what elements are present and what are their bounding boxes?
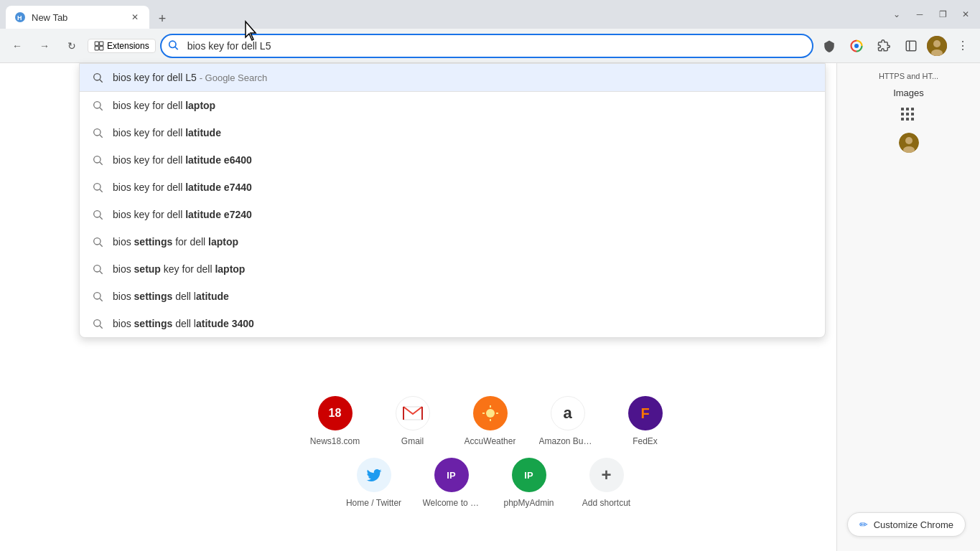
svg-point-44 bbox=[905, 137, 913, 144]
search-icon bbox=[91, 99, 104, 112]
autocomplete-item[interactable]: bios key for dell latitude e6400 bbox=[80, 146, 825, 174]
accuweather-favicon bbox=[473, 396, 508, 430]
more-options-btn[interactable]: ⋮ bbox=[951, 34, 974, 57]
svg-rect-5 bbox=[100, 46, 103, 50]
svg-point-6 bbox=[169, 41, 175, 47]
top-site-amazon[interactable]: a Amazon Busi... bbox=[536, 396, 599, 446]
svg-line-29 bbox=[100, 271, 103, 274]
customize-chrome-button[interactable]: ✏ Customize Chrome bbox=[847, 512, 966, 537]
suggestion-text: bios setup key for dell laptop bbox=[113, 263, 245, 275]
suggestion-text: bios key for dell latitude e6400 bbox=[113, 154, 252, 166]
titlebar: H New Tab ✕ + ⌄ ─ ❐ ✕ bbox=[0, 0, 980, 29]
svg-line-33 bbox=[100, 326, 103, 329]
autocomplete-item[interactable]: bios key for dell laptop bbox=[80, 92, 825, 119]
svg-line-19 bbox=[100, 135, 103, 138]
svg-rect-3 bbox=[100, 42, 103, 45]
right-panel-avatar[interactable] bbox=[899, 133, 919, 153]
svg-line-27 bbox=[100, 244, 103, 247]
search-icon bbox=[91, 317, 104, 330]
svg-point-32 bbox=[94, 320, 101, 326]
svg-rect-40 bbox=[901, 118, 904, 121]
suggestion-text: bios key for dell laptop bbox=[113, 100, 215, 111]
window-controls: ⌄ ─ ❐ ✕ bbox=[888, 6, 974, 23]
top-site-welcome[interactable]: IP Welcome to n... bbox=[420, 458, 483, 508]
extensions-label: Extensions bbox=[107, 41, 149, 51]
suggestion-text: bios settings for dell laptop bbox=[113, 236, 238, 248]
minimize-btn[interactable]: ─ bbox=[911, 6, 928, 23]
new-tab-button[interactable]: + bbox=[152, 9, 172, 29]
top-sites-row-1: 18 News18.com Gmail AccuWeather a Amazo bbox=[304, 396, 677, 446]
close-window-btn[interactable]: ✕ bbox=[957, 6, 974, 23]
tab-strip: H New Tab ✕ + bbox=[6, 0, 172, 29]
suggestion-text: bios key for dell latitude bbox=[113, 127, 221, 138]
chrome-icon[interactable] bbox=[845, 34, 868, 57]
maximize-btn[interactable]: ❐ bbox=[934, 6, 951, 23]
tab-title: New Tab bbox=[32, 12, 67, 23]
svg-line-23 bbox=[100, 189, 103, 192]
twitter-label: Home / Twitter bbox=[346, 498, 401, 508]
svg-rect-39 bbox=[911, 113, 914, 116]
svg-point-12 bbox=[933, 40, 941, 47]
svg-point-22 bbox=[94, 184, 101, 190]
amazon-favicon: a bbox=[551, 396, 585, 430]
accuweather-label: AccuWeather bbox=[465, 436, 516, 446]
sidebar-toggle-icon[interactable] bbox=[900, 34, 923, 57]
autocomplete-item[interactable]: bios settings for dell laptop bbox=[80, 228, 825, 255]
autocomplete-item[interactable]: bios key for dell latitude e7240 bbox=[80, 201, 825, 228]
top-site-news18[interactable]: 18 News18.com bbox=[304, 396, 367, 446]
top-site-twitter[interactable]: Home / Twitter bbox=[342, 458, 406, 508]
top-site-phpmyadmin[interactable]: IP phpMyAdmin bbox=[498, 458, 561, 508]
svg-point-30 bbox=[94, 293, 101, 299]
autocomplete-dropdown: bios key for dell L5 - Google Search bio… bbox=[79, 63, 826, 338]
gmail-favicon bbox=[396, 396, 430, 430]
omnibox-container bbox=[160, 34, 813, 58]
forward-button[interactable]: → bbox=[33, 34, 56, 57]
autocomplete-item[interactable]: bios settings dell latitude 3400 bbox=[80, 310, 825, 337]
refresh-button[interactable]: ↻ bbox=[60, 34, 83, 57]
svg-point-16 bbox=[94, 102, 101, 108]
profile-avatar[interactable] bbox=[927, 36, 947, 56]
tab-close-btn[interactable]: ✕ bbox=[129, 11, 141, 23]
top-sites-section: 18 News18.com Gmail AccuWeather a Amazo bbox=[304, 396, 677, 508]
top-site-fedex[interactable]: F FedEx bbox=[614, 396, 677, 446]
svg-point-24 bbox=[94, 211, 101, 217]
top-site-gmail[interactable]: Gmail bbox=[381, 396, 444, 446]
apps-grid-icon[interactable] bbox=[899, 105, 919, 126]
twitter-favicon bbox=[357, 458, 391, 492]
customize-icon: ✏ bbox=[859, 519, 868, 530]
security-icon[interactable] bbox=[818, 34, 841, 57]
svg-point-8 bbox=[854, 44, 859, 48]
extensions-icon[interactable] bbox=[872, 34, 895, 57]
autocomplete-first-item[interactable]: bios key for dell L5 - Google Search bbox=[80, 64, 825, 92]
top-site-add-shortcut[interactable]: + Add shortcut bbox=[575, 458, 638, 508]
active-tab[interactable]: H New Tab ✕ bbox=[6, 6, 149, 29]
add-shortcut-label: Add shortcut bbox=[582, 498, 630, 508]
welcome-favicon: IP bbox=[434, 458, 469, 492]
autocomplete-item[interactable]: bios key for dell latitude e7440 bbox=[80, 174, 825, 201]
svg-rect-37 bbox=[901, 113, 904, 116]
omnibox-search-icon bbox=[167, 39, 179, 52]
toolbar-right: ⋮ bbox=[818, 34, 974, 57]
svg-rect-38 bbox=[906, 113, 909, 116]
list-tabs-btn[interactable]: ⌄ bbox=[888, 6, 905, 23]
svg-rect-42 bbox=[911, 118, 914, 121]
phpmyadmin-favicon: IP bbox=[512, 458, 546, 492]
tab-favicon: H bbox=[14, 11, 26, 23]
extensions-button[interactable]: Extensions bbox=[88, 39, 156, 53]
back-button[interactable]: ← bbox=[6, 34, 29, 57]
fedex-label: FedEx bbox=[633, 436, 658, 446]
news18-favicon: 18 bbox=[318, 396, 353, 430]
browser-toolbar: ← → ↻ Extensions ⋮ bbox=[0, 29, 980, 63]
svg-rect-34 bbox=[901, 108, 904, 110]
svg-point-18 bbox=[94, 129, 101, 136]
svg-rect-35 bbox=[906, 108, 909, 110]
phpmyadmin-label: phpMyAdmin bbox=[503, 498, 554, 508]
svg-line-31 bbox=[100, 298, 103, 301]
autocomplete-item[interactable]: bios settings dell latitude bbox=[80, 283, 825, 310]
search-icon bbox=[91, 154, 104, 166]
customize-label: Customize Chrome bbox=[874, 519, 953, 530]
autocomplete-item[interactable]: bios setup key for dell laptop bbox=[80, 255, 825, 283]
top-site-accuweather[interactable]: AccuWeather bbox=[459, 396, 522, 446]
omnibox-input[interactable] bbox=[160, 34, 813, 58]
autocomplete-item[interactable]: bios key for dell latitude bbox=[80, 119, 825, 146]
